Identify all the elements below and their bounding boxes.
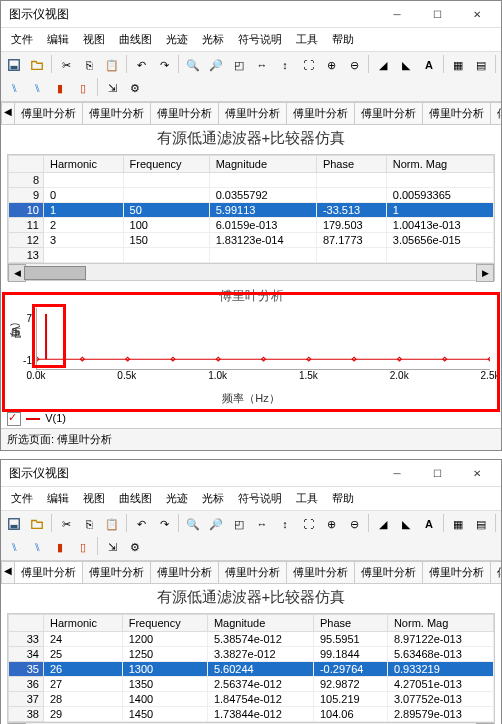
table-row[interactable]: 13 [9,248,494,263]
menu-symbol[interactable]: 符号说明 [232,30,288,49]
tab[interactable]: 傅里叶分析 [286,102,355,124]
tab[interactable]: 傅里叶分析 [354,561,423,583]
cut-icon[interactable]: ✂ [55,54,77,76]
chart1-icon[interactable]: ⑊ [3,77,25,99]
col-harmonic[interactable]: Harmonic [44,615,123,632]
table-row[interactable]: 332412005.38574e-01295.59518.97122e-013 [9,632,494,647]
tab[interactable]: 傅里叶分析 [150,102,219,124]
text-icon[interactable]: A [418,54,440,76]
tab-active[interactable]: 傅里叶分析 [14,561,83,583]
redo-icon[interactable]: ↷ [153,54,175,76]
table-row[interactable]: 1231501.83123e-01487.17733.05656e-015 [9,233,494,248]
tab[interactable]: 傅里叶分析 [354,102,423,124]
table-row[interactable]: 900.03557920.00593365 [9,188,494,203]
copy-icon[interactable]: ⎘ [78,513,100,535]
tab[interactable]: 傅里叶分析 [150,561,219,583]
zoom-in-icon[interactable]: 🔍 [182,513,204,535]
tab-first[interactable]: ◀ [1,561,15,583]
minimize-button[interactable]: ─ [377,1,417,27]
cursor1-icon[interactable]: ◢ [372,54,394,76]
zoom-fit-icon[interactable]: ⛶ [297,513,319,535]
chart2-icon[interactable]: ⑊ [26,77,48,99]
redo-icon[interactable]: ↷ [153,513,175,535]
menu-trace[interactable]: 光迹 [160,489,194,508]
close-button[interactable]: ✕ [457,460,497,486]
copy-icon[interactable]: ⎘ [78,54,100,76]
tab[interactable]: 傅里叶分析 [218,561,287,583]
export-icon[interactable]: ⇲ [101,77,123,99]
zoom-x-icon[interactable]: ↔ [251,513,273,535]
cursor1-icon[interactable]: ◢ [372,513,394,535]
table-row[interactable]: 1121006.0159e-013179.5031.00413e-013 [9,218,494,233]
col-magnitude[interactable]: Magnitude [207,615,313,632]
zoom-y-icon[interactable]: ↕ [274,54,296,76]
save-icon[interactable] [3,513,25,535]
menu-graph[interactable]: 曲线图 [113,30,158,49]
zoom-tool2-icon[interactable]: ⊖ [343,54,365,76]
tab[interactable]: 傅里叶分析 [218,102,287,124]
menu-edit[interactable]: 编辑 [41,30,75,49]
tab[interactable]: 傅里叶分析 [490,102,501,124]
cursor2-icon[interactable]: ◣ [395,54,417,76]
undo-icon[interactable]: ↶ [130,54,152,76]
chart2-icon[interactable]: ⑊ [26,536,48,558]
col-frequency[interactable]: Frequency [123,156,209,173]
menu-graph[interactable]: 曲线图 [113,489,158,508]
cursor2-icon[interactable]: ◣ [395,513,417,535]
zoom-tool-icon[interactable]: ⊕ [320,513,342,535]
tab[interactable]: 傅里叶分析 [14,102,83,124]
col-phase[interactable]: Phase [316,156,386,173]
close-button[interactable]: ✕ [457,1,497,27]
col-harmonic[interactable]: Harmonic [44,156,124,173]
tab-first[interactable]: ◀ [1,102,15,124]
maximize-button[interactable]: ☐ [417,460,457,486]
legend-checkbox[interactable] [7,412,21,426]
table-row[interactable]: 342512503.3827e-01299.18445.63468e-013 [9,647,494,662]
legend-icon[interactable]: ▤ [470,54,492,76]
cut-icon[interactable]: ✂ [55,513,77,535]
col-norm-mag[interactable]: Norm. Mag [386,156,493,173]
open-icon[interactable] [26,54,48,76]
table-row[interactable]: 8 [9,173,494,188]
menu-file[interactable]: 文件 [5,489,39,508]
table-scrollbar[interactable]: ◀▶ [8,263,494,280]
tab[interactable]: 傅里叶分析 [490,561,501,583]
table-row[interactable]: 372814001.84754e-012105.2193.07752e-013 [9,692,494,707]
zoom-y-icon[interactable]: ↕ [274,513,296,535]
chart3-icon[interactable]: ▮ [49,536,71,558]
export-icon[interactable]: ⇲ [101,536,123,558]
legend-icon[interactable]: ▤ [470,513,492,535]
save-icon[interactable] [3,54,25,76]
text-icon[interactable]: A [418,513,440,535]
menu-view[interactable]: 视图 [77,30,111,49]
plot[interactable] [36,308,490,370]
grid-icon[interactable]: ▦ [447,513,469,535]
settings-icon[interactable]: ⚙ [124,536,146,558]
col-frequency[interactable]: Frequency [122,615,207,632]
maximize-button[interactable]: ☐ [417,1,457,27]
table-row-selected[interactable]: 101505.99113-33.5131 [9,203,494,218]
chart1-icon[interactable]: ⑊ [3,536,25,558]
menu-symbol[interactable]: 符号说明 [232,489,288,508]
menu-tools[interactable]: 工具 [290,30,324,49]
col-norm-mag[interactable]: Norm. Mag [387,615,493,632]
table-row-selected[interactable]: 352613005.60244-0.297640.933219 [9,662,494,677]
chart3-icon[interactable]: ▮ [49,77,71,99]
chart-area[interactable]: 电压 (V) 7 -1 0.0k 0.5k 1.0k 1.5k 2.0k [7,307,495,389]
open-icon[interactable] [26,513,48,535]
scroll-right-icon[interactable]: ▶ [476,264,494,282]
menu-help[interactable]: 帮助 [326,489,360,508]
zoom-out-icon[interactable]: 🔎 [205,513,227,535]
scroll-thumb[interactable] [24,266,86,280]
tab[interactable]: 傅里叶分析 [82,102,151,124]
menu-edit[interactable]: 编辑 [41,489,75,508]
menu-file[interactable]: 文件 [5,30,39,49]
grid-icon[interactable]: ▦ [447,54,469,76]
zoom-fit-icon[interactable]: ⛶ [297,54,319,76]
menu-trace[interactable]: 光迹 [160,30,194,49]
tab[interactable]: 傅里叶分析 [422,102,491,124]
paste-icon[interactable]: 📋 [101,513,123,535]
zoom-tool2-icon[interactable]: ⊖ [343,513,365,535]
settings-icon[interactable]: ⚙ [124,77,146,99]
zoom-area-icon[interactable]: ◰ [228,54,250,76]
